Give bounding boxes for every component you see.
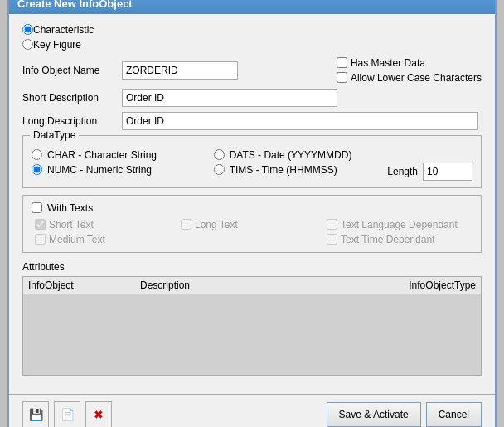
text-time-item: Text Time Dependant <box>327 234 472 245</box>
characteristic-row: Characteristic <box>22 24 482 36</box>
col-infoobjecttype: InfoObjectType <box>364 279 476 291</box>
char-radio[interactable] <box>32 149 42 160</box>
save-icon: 💾 <box>29 408 43 421</box>
long-description-label: Long Description <box>22 115 122 127</box>
characteristic-radio[interactable] <box>22 24 33 35</box>
allow-lower-case-label[interactable]: Allow Lower Case Characters <box>351 72 482 84</box>
length-input[interactable] <box>423 163 472 181</box>
text-language-checkbox[interactable] <box>327 219 337 230</box>
attributes-table: InfoObject Description InfoObjectType <box>22 276 482 376</box>
with-texts-label[interactable]: With Texts <box>47 202 93 214</box>
create-infoobject-dialog: Create New InfoObject Characteristic Key… <box>7 0 497 427</box>
has-master-data-label[interactable]: Has Master Data <box>351 57 425 69</box>
col-description: Description <box>140 279 364 291</box>
with-texts-header: With Texts <box>32 202 472 214</box>
key-figure-radio[interactable] <box>22 39 33 50</box>
long-text-item: Long Text <box>181 219 327 230</box>
numc-radio-row: NUMC - Numeric String <box>32 164 197 176</box>
char-label[interactable]: CHAR - Character String <box>47 149 157 161</box>
length-label: Length <box>387 166 418 177</box>
short-description-row: Short Description <box>22 89 482 107</box>
new-icon-button[interactable]: 📄 <box>54 401 80 428</box>
col-infoobject: InfoObject <box>28 279 140 291</box>
characteristic-label[interactable]: Characteristic <box>33 24 94 36</box>
char-radio-row: CHAR - Character String <box>32 149 197 161</box>
tims-label[interactable]: TIMS - Time (HHMMSS) <box>230 164 337 176</box>
delete-icon: ✖ <box>94 408 104 421</box>
allow-lower-case-row: Allow Lower Case Characters <box>337 72 482 84</box>
has-master-data-checkbox[interactable] <box>337 57 347 68</box>
short-description-input[interactable] <box>122 89 337 107</box>
infoobject-name-label: Info Object Name <box>22 65 122 76</box>
texts-grid: Short Text Long Text Text Language Depen… <box>35 219 472 245</box>
attributes-label: Attributes <box>22 261 482 273</box>
text-language-item: Text Language Dependant <box>327 219 472 230</box>
new-doc-icon: 📄 <box>61 408 75 421</box>
dats-label[interactable]: DATS - Date (YYYYMMDD) <box>230 149 352 161</box>
short-text-label: Short Text <box>49 219 94 230</box>
save-activate-button[interactable]: Save & Activate <box>327 402 421 427</box>
with-texts-checkbox[interactable] <box>32 202 42 213</box>
dialog-body: Characteristic Key Figure Info Object Na… <box>9 14 495 394</box>
key-figure-label[interactable]: Key Figure <box>33 39 81 51</box>
allow-lower-case-checkbox[interactable] <box>337 72 347 83</box>
save-icon-button[interactable]: 💾 <box>22 401 49 428</box>
numc-radio[interactable] <box>32 164 42 175</box>
text-language-label: Text Language Dependant <box>341 219 458 230</box>
attributes-section: Attributes InfoObject Description InfoOb… <box>22 261 482 376</box>
short-text-item: Short Text <box>35 219 181 230</box>
tims-radio-row: TIMS - Time (HHMMSS) <box>214 164 380 176</box>
dats-radio-row: DATS - Date (YYYYMMDD) <box>214 149 380 161</box>
with-texts-section: With Texts Short Text Long Text Text Lan… <box>22 195 482 253</box>
tims-radio[interactable] <box>214 164 225 175</box>
text-time-label: Text Time Dependant <box>341 234 434 245</box>
numc-label[interactable]: NUMC - Numeric String <box>47 164 152 176</box>
short-text-checkbox[interactable] <box>35 219 46 230</box>
delete-icon-button[interactable]: ✖ <box>85 401 112 428</box>
datatype-group: DataType CHAR - Character String DATS - … <box>22 135 482 188</box>
long-text-checkbox[interactable] <box>181 219 191 230</box>
datatype-group-title: DataType <box>30 129 79 141</box>
infoobject-name-input[interactable] <box>122 61 238 80</box>
medium-text-checkbox[interactable] <box>35 234 46 245</box>
long-text-label: Long Text <box>195 219 238 230</box>
right-checkboxes: Has Master Data Allow Lower Case Charact… <box>337 57 482 84</box>
has-master-data-row: Has Master Data <box>337 57 482 69</box>
medium-text-item: Medium Text <box>35 234 181 245</box>
keyfigure-row: Key Figure <box>22 39 482 51</box>
dialog-title: Create New InfoObject <box>9 0 495 14</box>
short-description-label: Short Description <box>22 92 122 104</box>
medium-text-label: Medium Text <box>49 234 105 245</box>
dialog-footer: 💾 📄 ✖ Save & Activate Cancel <box>9 394 495 428</box>
infoobject-name-row: Info Object Name Has Master Data Allow L… <box>22 57 482 84</box>
attributes-header: InfoObject Description InfoObjectType <box>23 277 481 294</box>
cancel-button[interactable]: Cancel <box>426 402 482 427</box>
text-time-checkbox[interactable] <box>327 234 337 245</box>
long-description-row: Long Description <box>22 112 482 130</box>
long-description-input[interactable] <box>122 112 478 130</box>
dats-radio[interactable] <box>214 149 225 160</box>
